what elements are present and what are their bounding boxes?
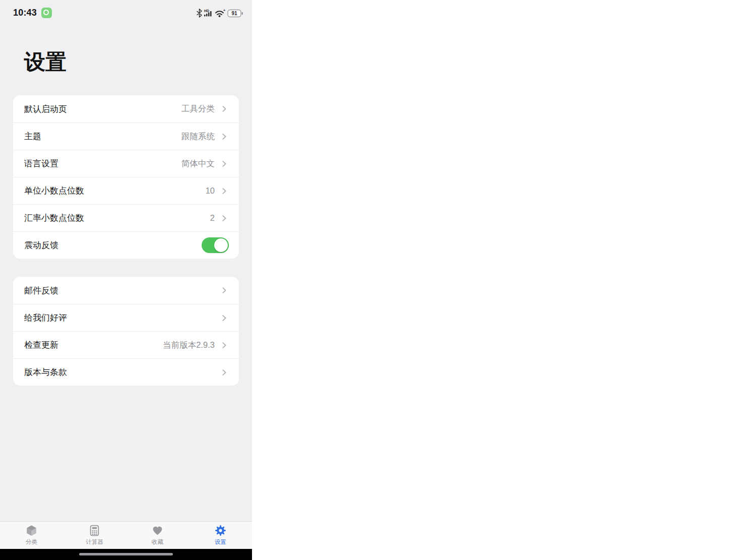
tab-label: 收藏 [152,538,163,546]
app-screenshots: 10:43 历史 分类 搜索 单位 效率 金融 数学 开发 [0,0,756,560]
settings-group-about: 邮件反馈 给我们好评 检查更新 当前版本2.9.3 版本与条款 [13,277,239,386]
chevron-right-icon [220,341,229,350]
settings-row-default-launch-page[interactable]: 默认启动页 工具分类 [13,95,239,122]
tab-label: 设置 [215,538,226,546]
setting-value: 10 [206,186,215,196]
chevron-right-icon [220,314,229,323]
screen-settings: 10:43 设置 默认启动页 工具分类 主题 跟随系统 语言设置 简体中文 [0,0,252,560]
heart-icon [151,524,164,537]
cube-icon [25,524,38,537]
home-indicator[interactable] [79,553,173,555]
screen-record-icon [41,8,52,18]
settings-row-haptic-feedback[interactable]: 震动反馈 [13,231,239,259]
settings-group-preferences: 默认启动页 工具分类 主题 跟随系统 语言设置 简体中文 单位小数点位数 10 … [13,95,239,259]
setting-label: 邮件反馈 [24,285,220,296]
tab-favorites[interactable]: 收藏 [126,522,189,549]
clock-time: 10:43 [13,8,37,18]
tab-label: 分类 [26,538,37,546]
tab-label: 计算器 [86,538,103,546]
settings-row-email-feedback[interactable]: 邮件反馈 [13,277,239,304]
chevron-right-icon [220,186,229,196]
settings-row-unit-decimal-places[interactable]: 单位小数点位数 10 [13,177,239,204]
settings-row-theme[interactable]: 主题 跟随系统 [13,122,239,150]
chevron-right-icon [220,286,229,295]
tab-calculator[interactable]: 计算器 [63,522,126,549]
settings-row-terms[interactable]: 版本与条款 [13,358,239,386]
setting-label: 版本与条款 [24,366,220,378]
setting-value: 2 [210,213,215,223]
bottom-tab-bar: 分类 计算器 收藏 设置 [0,521,252,549]
tab-categories[interactable]: 分类 [0,522,63,549]
haptic-toggle[interactable] [202,237,229,253]
setting-label: 检查更新 [24,339,163,351]
tab-settings[interactable]: 设置 [189,522,252,549]
settings-row-check-update[interactable]: 检查更新 当前版本2.9.3 [13,331,239,358]
setting-value: 跟随系统 [181,131,215,142]
chevron-right-icon [220,132,229,141]
home-bar [0,549,252,560]
chevron-right-icon [220,104,229,113]
setting-value: 工具分类 [181,103,215,114]
status-icons [196,8,244,18]
setting-label: 主题 [24,131,181,142]
setting-label: 震动反馈 [24,239,202,251]
calculator-icon [88,524,101,537]
setting-value: 简体中文 [181,158,215,169]
chevron-right-icon [220,159,229,168]
setting-label: 单位小数点位数 [24,185,206,197]
setting-label: 给我们好评 [24,312,220,324]
setting-label: 汇率小数点位数 [24,212,210,224]
status-bar: 10:43 [0,0,252,23]
page-title: 设置 [0,23,252,76]
settings-row-rate-us[interactable]: 给我们好评 [13,304,239,331]
chevron-right-icon [220,214,229,223]
settings-row-language[interactable]: 语言设置 简体中文 [13,150,239,177]
chevron-right-icon [220,368,229,377]
setting-label: 语言设置 [24,158,181,169]
setting-value: 当前版本2.9.3 [163,340,215,351]
settings-row-rate-decimal-places[interactable]: 汇率小数点位数 2 [13,204,239,231]
setting-label: 默认启动页 [24,103,181,115]
gear-icon [214,524,227,537]
